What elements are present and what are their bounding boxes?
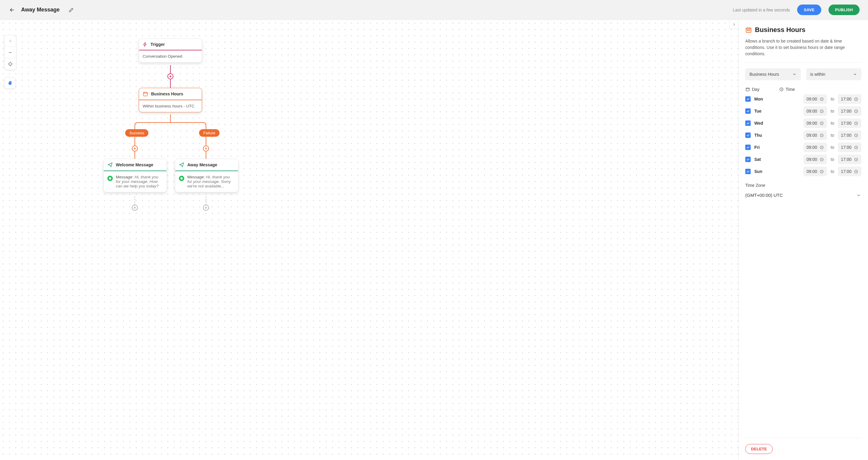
clock-icon: [819, 169, 824, 174]
start-time-input[interactable]: 09:00: [803, 106, 827, 116]
clock-icon: [854, 97, 858, 102]
day-checkbox[interactable]: [745, 169, 751, 174]
add-step-after-trigger[interactable]: +: [167, 73, 174, 79]
day-checkbox[interactable]: [745, 120, 751, 126]
svg-rect-1: [143, 92, 148, 96]
hand-icon: [7, 80, 13, 86]
svg-point-7: [749, 30, 750, 31]
day-row: Sat09:00to17:00: [745, 154, 861, 164]
day-label: Tue: [754, 109, 766, 114]
end-time-input[interactable]: 17:00: [838, 106, 861, 116]
add-step-after-welcome[interactable]: +: [132, 205, 138, 211]
node-business-hours-body: Within business hours - UTC: [139, 100, 202, 112]
day-checkbox[interactable]: [745, 108, 751, 114]
minus-icon: [8, 50, 13, 55]
zoom-in-button[interactable]: [4, 35, 16, 47]
line-channel-icon: [107, 176, 113, 181]
node-trigger-title: Trigger: [151, 42, 165, 47]
svg-point-6: [748, 30, 749, 31]
day-row: Fri09:00to17:00: [745, 142, 861, 152]
check-icon: [746, 97, 750, 101]
calendar-small-icon: [745, 87, 750, 92]
node-welcome-message[interactable]: Welcome Message Message: Hi, thank you f…: [103, 159, 167, 192]
node-trigger-body: Conversation Opened: [139, 50, 202, 62]
day-row: Wed09:00to17:00: [745, 118, 861, 128]
start-time-input[interactable]: 09:00: [803, 142, 827, 152]
start-time-input[interactable]: 09:00: [803, 131, 827, 140]
check-icon: [746, 170, 750, 173]
page-title: Away Message: [21, 7, 60, 13]
pan-tool-button[interactable]: [4, 77, 16, 89]
add-step-after-away[interactable]: +: [203, 205, 209, 211]
start-time-input[interactable]: 09:00: [803, 118, 827, 128]
clock-icon: [819, 157, 824, 162]
publish-button[interactable]: PUBLISH: [829, 4, 860, 15]
day-row: Mon09:00to17:00: [745, 94, 861, 104]
svg-rect-8: [746, 88, 749, 91]
delete-button[interactable]: DELETE: [745, 444, 773, 454]
node-trigger[interactable]: Trigger Conversation Opened: [139, 39, 202, 62]
clock-icon: [854, 133, 858, 138]
day-row: Sun09:00to17:00: [745, 167, 861, 176]
chevron-down-icon: [853, 72, 857, 76]
panel-title: Business Hours: [755, 26, 806, 34]
node-away-title: Away Message: [187, 163, 217, 167]
last-updated-text: Last updated in a few seconds: [733, 7, 790, 12]
flow-canvas[interactable]: Trigger Conversation Opened + Business H…: [0, 20, 738, 460]
to-label: to: [831, 145, 834, 150]
calendar-icon: [143, 91, 148, 96]
check-icon: [746, 134, 750, 137]
calendar-icon: [745, 27, 752, 33]
back-button[interactable]: [8, 6, 16, 13]
end-time-input[interactable]: 17:00: [838, 118, 861, 128]
end-time-input[interactable]: 17:00: [838, 142, 861, 152]
node-welcome-body: Message: Hi, thank you for your message.…: [116, 175, 163, 188]
flow-connectors: [0, 20, 738, 460]
recenter-button[interactable]: [4, 58, 16, 70]
day-row: Tue09:00to17:00: [745, 106, 861, 116]
day-checkbox[interactable]: [745, 96, 751, 102]
edit-title-button[interactable]: [69, 7, 73, 12]
end-time-input[interactable]: 17:00: [838, 154, 861, 164]
to-label: to: [831, 121, 834, 125]
condition-type-select[interactable]: Business Hours: [745, 68, 801, 80]
start-time-input[interactable]: 09:00: [803, 154, 827, 164]
condition-operator-select[interactable]: is within: [806, 68, 862, 80]
add-step-failure[interactable]: +: [203, 145, 209, 151]
collapse-sidebar-button[interactable]: [729, 20, 738, 29]
chevron-down-icon: [792, 72, 797, 76]
properties-panel: Business Hours Allows a branch to be cre…: [738, 20, 868, 460]
branch-success-pill[interactable]: Success: [125, 129, 148, 137]
day-column-header: Day: [752, 87, 760, 92]
start-time-input[interactable]: 09:00: [803, 167, 827, 176]
add-step-success[interactable]: +: [132, 145, 138, 151]
day-checkbox[interactable]: [745, 145, 751, 150]
end-time-input[interactable]: 17:00: [838, 94, 861, 104]
start-time-input[interactable]: 09:00: [803, 94, 827, 104]
panel-description: Allows a branch to be created based on d…: [745, 38, 861, 63]
day-checkbox[interactable]: [745, 157, 751, 162]
end-time-input[interactable]: 17:00: [838, 131, 861, 140]
svg-point-2: [109, 177, 111, 180]
node-business-hours[interactable]: Business Hours Within business hours - U…: [139, 88, 202, 112]
clock-icon: [854, 109, 858, 114]
day-label: Wed: [754, 121, 766, 125]
zoom-out-button[interactable]: [4, 47, 16, 58]
branch-failure-pill[interactable]: Failure: [199, 129, 220, 137]
save-button[interactable]: SAVE: [797, 4, 821, 15]
node-away-message[interactable]: Away Message Message: Hi, thank you for …: [175, 159, 238, 192]
time-column-header: Time: [786, 87, 795, 92]
timezone-select[interactable]: (GMT+00:00) UTC: [745, 190, 861, 201]
clock-icon: [854, 121, 858, 125]
check-icon: [746, 157, 750, 161]
to-label: to: [831, 96, 834, 102]
end-time-input[interactable]: 17:00: [838, 167, 861, 176]
clock-icon: [779, 87, 784, 92]
target-icon: [7, 61, 13, 67]
clock-icon: [854, 145, 858, 150]
day-checkbox[interactable]: [745, 133, 751, 138]
clock-icon: [819, 109, 824, 114]
send-icon: [107, 162, 113, 168]
plus-icon: [8, 39, 13, 44]
to-label: to: [831, 133, 834, 138]
